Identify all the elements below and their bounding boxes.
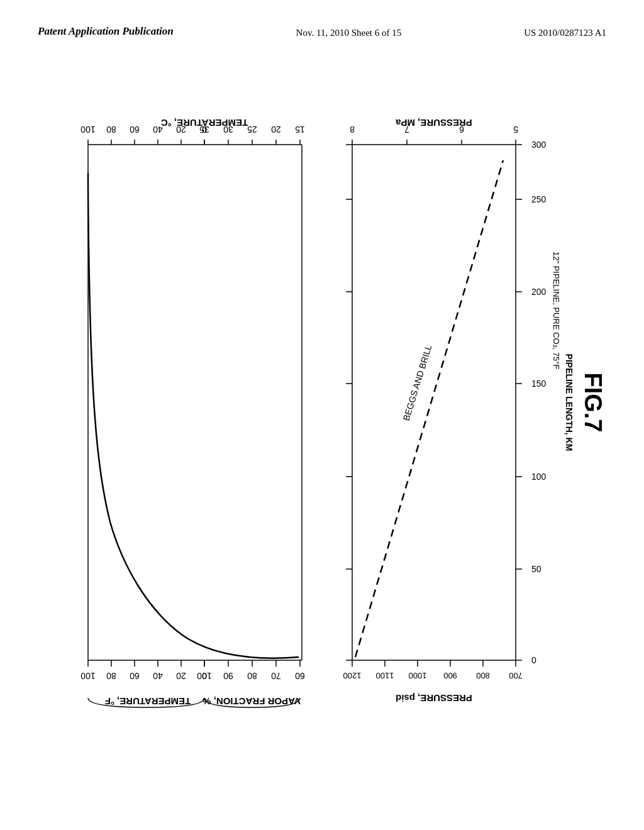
svg-text:FIG.7: FIG.7 bbox=[580, 372, 606, 432]
svg-line-92 bbox=[355, 160, 503, 657]
header-date-sheet: Nov. 11, 2010 Sheet 6 of 15 bbox=[296, 28, 402, 38]
svg-text:40: 40 bbox=[153, 671, 163, 681]
svg-text:PRESSURE, MPa: PRESSURE, MPa bbox=[395, 118, 472, 128]
svg-text:60: 60 bbox=[295, 671, 305, 681]
svg-text:100: 100 bbox=[80, 671, 96, 681]
svg-text:100: 100 bbox=[80, 124, 96, 135]
svg-text:PIPELINE LENGTH, KM: PIPELINE LENGTH, KM bbox=[564, 354, 574, 451]
svg-text:800: 800 bbox=[476, 671, 490, 680]
svg-text:60: 60 bbox=[130, 124, 140, 135]
svg-text:900: 900 bbox=[443, 671, 457, 680]
svg-text:8: 8 bbox=[350, 124, 355, 135]
svg-text:PRESSURE, psid: PRESSURE, psid bbox=[396, 693, 472, 704]
svg-text:100: 100 bbox=[531, 472, 547, 482]
svg-text:60: 60 bbox=[130, 671, 140, 681]
svg-text:12" PIPELINE, PURE CO₂, 75°F: 12" PIPELINE, PURE CO₂, 75°F bbox=[552, 252, 561, 370]
header-patent-number: US 2010/0287123 A1 bbox=[524, 28, 606, 38]
svg-text:1200: 1200 bbox=[343, 671, 362, 680]
svg-text:1000: 1000 bbox=[409, 671, 427, 680]
svg-text:50: 50 bbox=[531, 564, 541, 574]
svg-text:150: 150 bbox=[531, 379, 547, 389]
svg-text:90: 90 bbox=[223, 671, 233, 681]
svg-text:80: 80 bbox=[106, 671, 116, 681]
svg-text:25: 25 bbox=[247, 124, 257, 135]
svg-text:1100: 1100 bbox=[376, 671, 394, 680]
svg-text:20: 20 bbox=[176, 671, 186, 681]
svg-text:TEMPERATURE, °F: TEMPERATURE, °F bbox=[105, 696, 191, 707]
svg-text:100: 100 bbox=[197, 671, 212, 681]
svg-text:TEMPERATURE, °C: TEMPERATURE, °C bbox=[161, 118, 248, 128]
svg-text:20: 20 bbox=[271, 124, 281, 135]
svg-text:70: 70 bbox=[271, 671, 281, 681]
svg-text:300: 300 bbox=[531, 140, 547, 150]
svg-text:250: 250 bbox=[531, 194, 547, 204]
page: Patent Application Publication Nov. 11, … bbox=[0, 0, 644, 830]
svg-text:700: 700 bbox=[509, 671, 523, 680]
header: Patent Application Publication Nov. 11, … bbox=[0, 25, 644, 38]
figure-svg: 100 80 60 40 20 0 35 30 25 20 15 TEMPERA… bbox=[19, 94, 623, 786]
svg-text:0: 0 bbox=[531, 655, 536, 665]
svg-text:5: 5 bbox=[513, 124, 518, 135]
svg-text:80: 80 bbox=[106, 124, 116, 135]
svg-text:80: 80 bbox=[247, 671, 257, 681]
header-publication: Patent Application Publication bbox=[38, 25, 174, 38]
svg-text:200: 200 bbox=[531, 287, 547, 297]
svg-text:15: 15 bbox=[295, 124, 305, 135]
